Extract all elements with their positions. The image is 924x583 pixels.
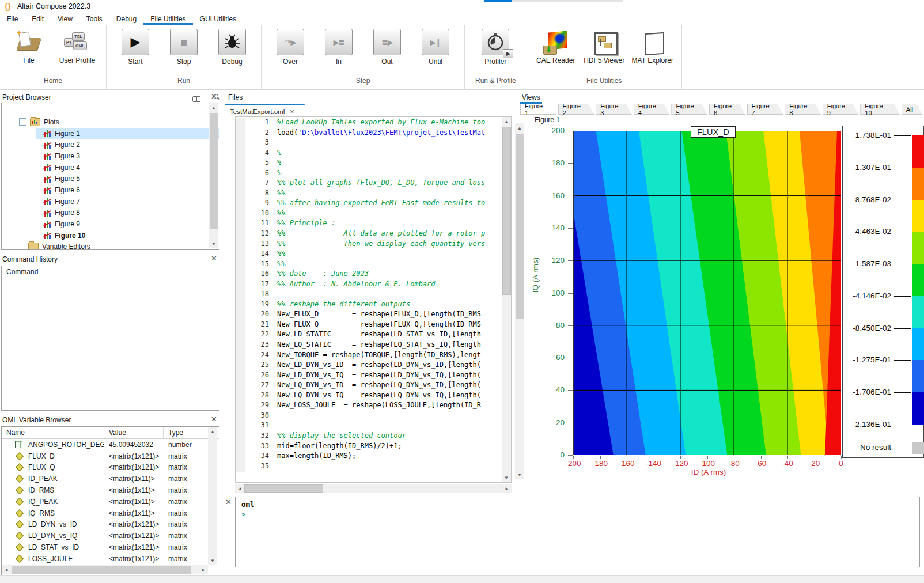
command-history-panel[interactable]: Command bbox=[1, 266, 219, 411]
menu-item-gui-utilities[interactable]: GUI Utilities bbox=[193, 13, 243, 25]
stop-button[interactable]: ■Stop bbox=[165, 29, 202, 66]
scroll-down-icon[interactable]: ▼ bbox=[502, 473, 511, 482]
collapse-expander-icon[interactable] bbox=[19, 118, 26, 126]
tree-root-plots[interactable]: Plots bbox=[2, 116, 219, 128]
tree-item-figure-10[interactable]: Figure 10 bbox=[2, 230, 219, 241]
mat-explorer-button[interactable]: MAT Explorer bbox=[634, 29, 671, 65]
variable-row-flux-d[interactable]: FLUX_D<matrix(1x121)>matrix bbox=[2, 450, 219, 462]
y-tick-100: 100 bbox=[536, 289, 565, 297]
scroll-right-icon[interactable]: ► bbox=[199, 565, 208, 574]
console-close-icon[interactable]: ✕ bbox=[225, 498, 232, 506]
tab-figure-10[interactable]: Figure 10 bbox=[860, 104, 899, 115]
scroll-left-icon[interactable]: ◄ bbox=[235, 484, 244, 493]
tree-item-figure-2[interactable]: Figure 2 bbox=[2, 139, 219, 150]
variable-row-flux-q[interactable]: FLUX_Q<matrix(1x121)>matrix bbox=[2, 462, 219, 474]
debug-button[interactable]: Debug bbox=[214, 29, 251, 66]
variable-row-angpos-rotor-deg[interactable]: ANGPOS_ROTOR_DEG45.009452032number bbox=[2, 439, 219, 450]
file-button[interactable]: ✦File bbox=[10, 29, 47, 65]
tree-item-figure-4[interactable]: Figure 4 bbox=[2, 162, 219, 173]
tree-item-variable-editors[interactable]: Variable Editors bbox=[2, 241, 219, 250]
tab-figure-9[interactable]: Figure 9 bbox=[823, 104, 859, 115]
scroll-down-icon[interactable]: ▼ bbox=[208, 556, 217, 565]
scroll-down-icon[interactable]: ▼ bbox=[209, 239, 218, 248]
menu-item-debug[interactable]: Debug bbox=[109, 13, 143, 25]
variable-row-loss-joule[interactable]: LOSS_JOULE<matrix(1x121)>matrix bbox=[2, 553, 219, 565]
scroll-left-icon[interactable]: ◄ bbox=[2, 565, 11, 574]
tab-figure-1[interactable]: Figure 1 bbox=[520, 104, 556, 115]
until-button[interactable]: ▶❙Until bbox=[417, 29, 454, 66]
editor-vscrollbar[interactable]: ▲ ▼ bbox=[502, 117, 511, 482]
column-header-type[interactable]: Type bbox=[164, 427, 200, 438]
scrollbar-thumb[interactable] bbox=[502, 127, 511, 295]
editor-margin bbox=[236, 452, 245, 462]
variable-row-ld-dyn-vs-iq[interactable]: LD_DYN_vs_IQ<matrix(1x121)>matrix bbox=[2, 530, 219, 542]
figure-vscrollbar[interactable]: ▲ ▼ bbox=[515, 123, 524, 479]
code-segment: % bbox=[277, 169, 281, 179]
in-button[interactable]: ▶≣In bbox=[320, 29, 357, 66]
editor-margin bbox=[236, 300, 245, 311]
project-browser-close-icon[interactable]: ✕ bbox=[211, 92, 217, 101]
cae-reader-button[interactable]: ⬇CAE Reader bbox=[537, 29, 574, 65]
scroll-right-icon[interactable]: ► bbox=[502, 484, 512, 493]
menu-item-edit[interactable]: Edit bbox=[25, 13, 51, 25]
start-icon: ▶ bbox=[131, 35, 141, 50]
project-browser-tree[interactable]: PlotsFigure 1Figure 2Figure 3Figure 4Fig… bbox=[1, 103, 219, 250]
hdf5-viewer-button[interactable]: HDF5 Viewer bbox=[586, 29, 623, 65]
tab-figure-8[interactable]: Figure 8 bbox=[785, 104, 821, 115]
variable-row-ld-dyn-vs-id[interactable]: LD_DYN_vs_ID<matrix(1x121)>matrix bbox=[2, 519, 219, 531]
scroll-down-icon[interactable]: ▼ bbox=[515, 470, 524, 479]
variable-browser-close-icon[interactable]: ✕ bbox=[211, 415, 217, 423]
variable-browser-panel[interactable]: Name Value Type ANGPOS_ROTOR_DEG45.00945… bbox=[1, 426, 219, 576]
tree-item-figure-6[interactable]: Figure 6 bbox=[2, 184, 219, 196]
variable-row-id-peak[interactable]: ID_PEAK<matrix(1x11)>matrix bbox=[2, 473, 219, 484]
tree-item-figure-9[interactable]: Figure 9 bbox=[2, 218, 219, 230]
out-button[interactable]: ≣▶Out bbox=[369, 29, 406, 66]
variable-row-iq-peak[interactable]: IQ_PEAK<matrix(1x11)>matrix bbox=[2, 496, 219, 508]
file-tab-close-icon[interactable]: ✕ bbox=[289, 108, 294, 116]
project-tree-scrollbar[interactable]: ▲ ▼ bbox=[209, 103, 218, 248]
tab-figure-5[interactable]: Figure 5 bbox=[671, 104, 707, 115]
variable-browser-hscrollbar[interactable]: ◄ ► bbox=[2, 565, 208, 574]
tab-figure-2[interactable]: Figure 2 bbox=[558, 104, 594, 115]
contour-plot[interactable] bbox=[573, 131, 841, 455]
scrollbar-thumb[interactable] bbox=[244, 484, 323, 493]
tree-item-figure-8[interactable]: Figure 8 bbox=[2, 207, 219, 219]
tree-item-figure-3[interactable]: Figure 3 bbox=[2, 150, 219, 162]
user-profile-button[interactable]: PYTCLOMLUser Profile bbox=[59, 29, 96, 65]
start-button[interactable]: ▶Start bbox=[117, 29, 154, 66]
tab-figure-3[interactable]: Figure 3 bbox=[596, 104, 632, 115]
column-header-name[interactable]: Name bbox=[2, 427, 104, 438]
menu-item-view[interactable]: View bbox=[51, 13, 79, 25]
tree-item-figure-1[interactable]: Figure 1 bbox=[2, 128, 219, 139]
scroll-up-icon[interactable]: ▲ bbox=[209, 103, 218, 112]
tab-figure-4[interactable]: Figure 4 bbox=[634, 104, 670, 115]
menu-item-file-utilities[interactable]: File Utilities bbox=[143, 13, 192, 25]
command-history-close-icon[interactable]: ✕ bbox=[211, 254, 217, 263]
tab-all[interactable]: All bbox=[902, 104, 922, 115]
over-button[interactable]: ↷▶Over bbox=[272, 29, 309, 66]
variable-row-iq-rms[interactable]: IQ_RMS<matrix(1x11)>matrix bbox=[2, 508, 219, 519]
oml-console[interactable]: oml > bbox=[235, 497, 920, 567]
code-line-13: 13%% Then we display each quantity vers bbox=[236, 240, 502, 250]
scroll-up-icon[interactable]: ▲ bbox=[208, 427, 217, 436]
scroll-up-icon[interactable]: ▲ bbox=[515, 123, 524, 132]
scrollbar-thumb[interactable] bbox=[516, 134, 524, 319]
find-icon[interactable] bbox=[192, 96, 200, 101]
variable-row-ld-stat-vs-id[interactable]: LD_STAT_vs_ID<matrix(1x121)>matrix bbox=[2, 542, 219, 553]
editor-hscrollbar[interactable]: ◄ ► bbox=[235, 484, 512, 493]
code-editor[interactable]: 1%Load LookUp Tables exported by Flux e-… bbox=[235, 116, 512, 483]
variable-row-id-rms[interactable]: ID_RMS<matrix(1x11)>matrix bbox=[2, 484, 219, 496]
column-header-value[interactable]: Value bbox=[104, 427, 164, 438]
step-in-icon: ▶≣ bbox=[334, 39, 344, 46]
scrollbar-thumb[interactable] bbox=[12, 566, 191, 574]
variable-browser-vscrollbar[interactable]: ▲ ▼ bbox=[208, 427, 217, 565]
menu-item-tools[interactable]: Tools bbox=[79, 13, 109, 25]
tab-figure-6[interactable]: Figure 6 bbox=[709, 104, 745, 115]
scroll-up-icon[interactable]: ▲ bbox=[502, 117, 511, 126]
tree-item-figure-5[interactable]: Figure 5 bbox=[2, 173, 219, 184]
scrollbar-thumb[interactable] bbox=[210, 113, 218, 229]
profiler-button[interactable]: ▶Profiler bbox=[477, 29, 514, 66]
tab-figure-7[interactable]: Figure 7 bbox=[747, 104, 783, 115]
menu-item-file[interactable]: File bbox=[0, 13, 25, 25]
tree-item-figure-7[interactable]: Figure 7 bbox=[2, 196, 219, 207]
